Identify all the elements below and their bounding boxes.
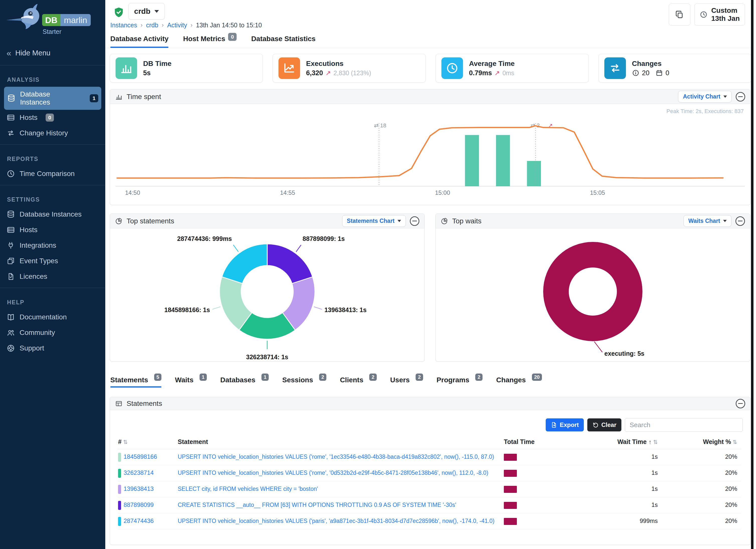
panel-title: Statements bbox=[127, 400, 162, 408]
wait-time-value: 999ms bbox=[606, 517, 658, 524]
bar-chart-icon bbox=[115, 93, 123, 101]
sidebar-item-integrations[interactable]: Integrations bbox=[0, 238, 105, 253]
sidebar-item-settings-database-instances[interactable]: Database Instances bbox=[0, 207, 105, 222]
calendar-icon bbox=[655, 69, 663, 77]
svg-text:15:05: 15:05 bbox=[590, 189, 605, 196]
top-statements-panel: Top statements Statements Chart 88789809… bbox=[110, 214, 425, 361]
tab-database-activity[interactable]: Database Activity bbox=[110, 35, 168, 48]
people-icon bbox=[7, 328, 15, 337]
tab-changes[interactable]: Changes 20 bbox=[496, 376, 542, 388]
instance-selector-button[interactable]: crdb bbox=[128, 3, 165, 20]
card-calendar-value: 0 bbox=[666, 69, 669, 77]
column-number[interactable]: # bbox=[118, 438, 122, 445]
tab-databases[interactable]: Databases 1 bbox=[220, 376, 269, 388]
statement-text-link[interactable]: UPSERT INTO vehicle_location_histories V… bbox=[178, 470, 488, 476]
chevron-down-icon bbox=[154, 10, 159, 13]
sort-asc-icon[interactable]: ↑ bbox=[649, 438, 652, 445]
tab-label: Sessions bbox=[282, 376, 313, 384]
hide-menu-button[interactable]: « Hide Menu bbox=[0, 44, 105, 62]
chevron-down-icon bbox=[723, 96, 727, 98]
collapse-panel-button[interactable] bbox=[410, 216, 419, 226]
breadcrumb-activity[interactable]: Activity bbox=[167, 22, 187, 29]
sidebar-item-label: Time Comparison bbox=[20, 170, 75, 178]
sort-icon[interactable]: ⇅ bbox=[653, 439, 658, 445]
breadcrumb-instances[interactable]: Instances bbox=[110, 22, 137, 29]
tab-database-statistics[interactable]: Database Statistics bbox=[251, 35, 316, 48]
svg-text:287474436: 999ms: 287474436: 999ms bbox=[177, 235, 232, 242]
statement-id-link[interactable]: 326238714 bbox=[124, 469, 154, 476]
card-changes: Changes 20 0 bbox=[599, 54, 751, 82]
export-label: Export bbox=[560, 421, 579, 428]
statement-text-link[interactable]: UPSERT INTO vehicle_location_histories V… bbox=[178, 453, 494, 460]
tab-users[interactable]: Users 2 bbox=[390, 376, 423, 388]
sidebar-item-support[interactable]: Support bbox=[0, 340, 105, 356]
sort-icon[interactable]: ⇅ bbox=[123, 439, 128, 445]
time-range-button[interactable]: Custom 13th Jan bbox=[694, 4, 745, 26]
window-scrollbar-edge[interactable] bbox=[751, 0, 753, 549]
trend-up-icon: ↗ bbox=[495, 69, 500, 77]
statement-id-link[interactable]: 139638413 bbox=[124, 485, 154, 492]
collapse-panel-button[interactable] bbox=[735, 216, 745, 226]
search-input[interactable] bbox=[625, 418, 743, 432]
shield-check-icon bbox=[114, 7, 124, 18]
wait-time-value: 1s bbox=[606, 485, 658, 492]
tab-label: Statements bbox=[110, 376, 148, 384]
sidebar-item-change-history[interactable]: Change History bbox=[0, 125, 105, 141]
statement-text-link[interactable]: UPSERT INTO vehicle_location_histories V… bbox=[178, 518, 495, 524]
clock-icon bbox=[700, 11, 708, 19]
tab-programs[interactable]: Programs 2 bbox=[437, 376, 483, 388]
brand-db: DB bbox=[42, 14, 60, 26]
tab-label: Waits bbox=[175, 376, 194, 384]
column-wait-time[interactable]: Wait Time bbox=[617, 438, 647, 445]
svg-text:executing: 5s: executing: 5s bbox=[604, 350, 644, 357]
sidebar-item-settings-hosts[interactable]: Hosts bbox=[0, 222, 105, 238]
svg-text:14:55: 14:55 bbox=[280, 189, 295, 196]
waits-chart-dropdown[interactable]: Waits Chart bbox=[684, 215, 731, 227]
copy-link-button[interactable] bbox=[669, 4, 690, 26]
tab-statements[interactable]: Statements 5 bbox=[110, 376, 161, 388]
tab-waits[interactable]: Waits 1 bbox=[175, 376, 207, 388]
card-info-value: 20 bbox=[642, 69, 649, 77]
statements-chart-dropdown[interactable]: Statements Chart bbox=[342, 215, 406, 227]
windows-icon bbox=[7, 257, 15, 265]
breadcrumb-instance[interactable]: crdb bbox=[146, 22, 158, 29]
info-icon bbox=[632, 69, 639, 77]
sidebar-item-documentation[interactable]: Documentation bbox=[0, 309, 105, 325]
statement-text-link[interactable]: SELECT city, id FROM vehicles WHERE city… bbox=[178, 486, 318, 492]
column-total-time[interactable]: Total Time bbox=[504, 438, 535, 445]
count-badge: 2 bbox=[416, 374, 423, 381]
dropdown-label: Activity Chart bbox=[683, 93, 720, 100]
chevrons-left-icon: « bbox=[7, 49, 11, 57]
sidebar-item-event-types[interactable]: Event Types bbox=[0, 253, 105, 269]
collapse-panel-button[interactable] bbox=[736, 399, 745, 408]
statement-id-link[interactable]: 287474436 bbox=[124, 517, 154, 524]
sidebar-item-licences[interactable]: Licences bbox=[0, 269, 105, 284]
tab-host-metrics[interactable]: Host Metrics 0 bbox=[183, 35, 237, 48]
column-weight[interactable]: Weight % bbox=[703, 438, 731, 445]
divider bbox=[0, 288, 105, 288]
total-time-bar bbox=[504, 454, 517, 461]
export-button[interactable]: Export bbox=[546, 418, 584, 431]
sidebar-item-community[interactable]: Community bbox=[0, 325, 105, 340]
column-statement[interactable]: Statement bbox=[178, 438, 208, 445]
sort-icon[interactable]: ⇅ bbox=[733, 439, 737, 445]
sidebar-item-database-instances[interactable]: Database Instances 1 bbox=[4, 87, 101, 110]
sidebar-item-hosts[interactable]: Hosts 0 bbox=[0, 110, 105, 125]
tab-clients[interactable]: Clients 2 bbox=[340, 376, 376, 388]
tab-sessions[interactable]: Sessions 2 bbox=[282, 376, 326, 388]
statement-id-link[interactable]: 1845898166 bbox=[124, 453, 157, 460]
statement-text-link[interactable]: CREATE STATISTICS __auto__ FROM [63] WIT… bbox=[178, 502, 456, 508]
sidebar-item-time-comparison[interactable]: Time Comparison bbox=[0, 166, 105, 181]
collapse-panel-button[interactable] bbox=[736, 92, 745, 102]
activity-chart-dropdown[interactable]: Activity Chart bbox=[678, 91, 732, 103]
section-title-help: HELP bbox=[0, 297, 105, 309]
sidebar-item-label: Community bbox=[20, 329, 55, 337]
card-title: Executions bbox=[306, 60, 371, 68]
statement-id-link[interactable]: 887898099 bbox=[124, 501, 154, 508]
table-header: #⇅ Statement Total Time Wait Time↑⇅ Weig… bbox=[118, 437, 741, 449]
stat-cards: DB Time 5s Executions 6,320 ↗ 2,830 (123… bbox=[110, 54, 751, 82]
clear-button[interactable]: Clear bbox=[587, 418, 621, 431]
weight-value: 20% bbox=[689, 469, 737, 476]
main-content: crdb Instances › crdb › Activity › 13th … bbox=[105, 0, 753, 549]
weight-value: 20% bbox=[689, 501, 737, 508]
